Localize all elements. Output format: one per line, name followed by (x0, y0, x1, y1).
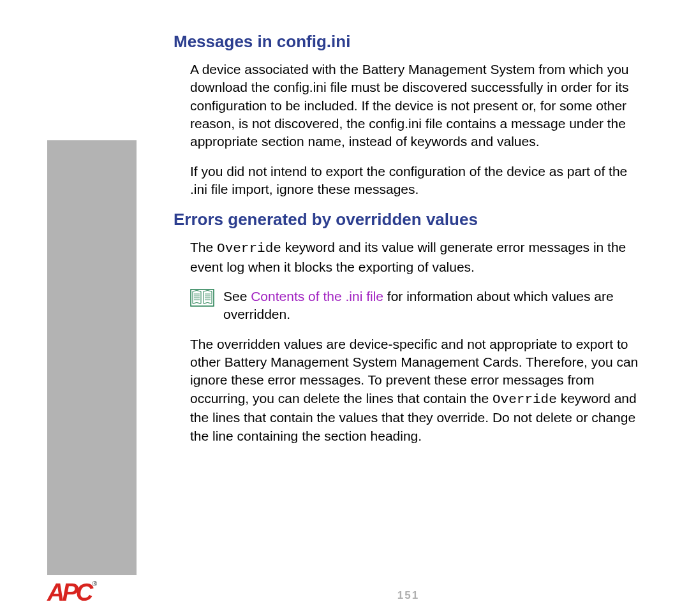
para-2: If you did not intend to export the conf… (190, 163, 642, 199)
book-icon (190, 289, 214, 309)
note-text: See Contents of the .ini file for inform… (223, 288, 642, 324)
para-3: The Override keyword and its value will … (190, 238, 642, 276)
sidebar: USER'S GUIDE USER'S GUIDE Battery Manage… (47, 140, 137, 575)
code-override-1: Override (217, 241, 281, 256)
para-1: A device associated with the Battery Man… (190, 61, 642, 151)
main-content: Messages in config.ini A device associat… (174, 32, 642, 457)
page-number: 151 (0, 589, 689, 602)
para-4: The overridden values are device-specifi… (190, 335, 642, 445)
heading-messages: Messages in config.ini (174, 32, 642, 52)
note-row: See Contents of the .ini file for inform… (190, 288, 642, 324)
heading-errors: Errors generated by overridden values (174, 210, 642, 230)
code-override-2: Override (493, 392, 557, 407)
link-contents-ini[interactable]: Contents of the .ini file (251, 289, 383, 304)
logo-registered: ® (93, 580, 94, 587)
